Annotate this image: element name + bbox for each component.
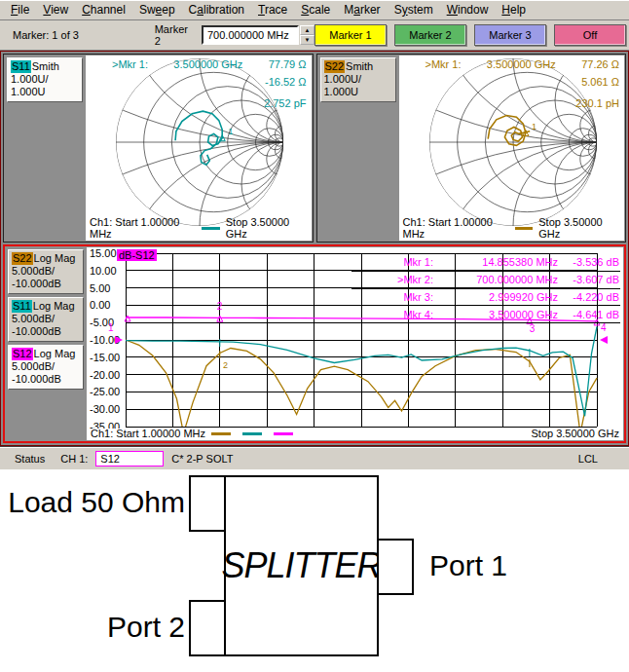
marker-row: >Mkr 2:700.000000 MHz-3.607 dB bbox=[352, 272, 620, 289]
logmag-axis-stop: Stop 3.50000 GHz bbox=[531, 428, 619, 439]
marker-cell: -3.607 dB bbox=[558, 274, 620, 285]
marker-readout-table: Mkr 1:14.855380 MHz-3.536 dB>Mkr 2:700.0… bbox=[352, 254, 620, 323]
trace-chip-s11[interactable]: S11Log Mag5.000dB/-10.000dB bbox=[8, 297, 84, 342]
menu-scale[interactable]: Scale bbox=[294, 1, 337, 19]
svg-text:3: 3 bbox=[530, 323, 536, 334]
menu-system[interactable]: System bbox=[388, 1, 440, 19]
trace-tag-s11: S11 bbox=[11, 60, 31, 73]
trace-format: Log Mag bbox=[33, 300, 75, 312]
menu-window[interactable]: Window bbox=[440, 1, 496, 19]
panel-logmag: S22Log Mag5.000dB/-10.000dBS11Log Mag5.0… bbox=[3, 244, 626, 443]
active-measurement-box: S12 bbox=[95, 451, 164, 467]
marker-status-text: Marker: 1 of 3 bbox=[13, 29, 128, 41]
load-label: Load 50 Ohm bbox=[0, 486, 185, 519]
menu-help[interactable]: Help bbox=[495, 1, 533, 19]
svg-text:2: 2 bbox=[217, 301, 223, 312]
chart-region: S11Smith1.000U/1.000U >Mkr 1: 3.500000 G… bbox=[0, 51, 629, 446]
trace-list-s11: S11Smith1.000U/1.000U bbox=[5, 56, 85, 241]
trace-chip-s22[interactable]: S22Log Mag5.000dB/-10.000dB bbox=[8, 249, 84, 294]
s11-axis-stop: Stop 3.50000 GHz bbox=[226, 216, 308, 240]
s12-legend-dash bbox=[274, 432, 293, 435]
marker-cell: -4.641 dB bbox=[558, 309, 620, 320]
trace-list-s22: S22Smith1.000U/1.000U bbox=[318, 56, 398, 241]
button-marker-3[interactable]: Marker 3 bbox=[474, 24, 546, 46]
svg-text:-15.00: -15.00 bbox=[90, 352, 120, 363]
local-mode-indicator: LCL bbox=[578, 453, 598, 465]
menu-view[interactable]: View bbox=[36, 1, 75, 19]
button-marker-2[interactable]: Marker 2 bbox=[394, 24, 466, 46]
s11-smith-chart[interactable]: >Mkr 1: 3.500000 GHz 77.79 Ω -16.52 Ω 2.… bbox=[86, 56, 312, 241]
marker-cell: 3.500000 GHz bbox=[433, 309, 558, 320]
logmag-axis-start: Ch1: Start 1.00000 MHz bbox=[91, 428, 205, 439]
menu-marker[interactable]: Marker bbox=[337, 1, 387, 19]
panel-s11-smith: S11Smith1.000U/1.000U >Mkr 1: 3.500000 G… bbox=[3, 54, 314, 243]
svg-text:10.00: 10.00 bbox=[90, 265, 117, 277]
s11-marker-freq: 3.500000 GHz bbox=[173, 58, 242, 70]
port1-connector-box bbox=[377, 539, 414, 595]
spinner-up-icon[interactable]: ▲ bbox=[300, 25, 314, 35]
vna-application-window: FileViewChannelSweepCalibrationTraceScal… bbox=[0, 0, 629, 469]
svg-text:2: 2 bbox=[223, 360, 228, 370]
s22-legend-dash bbox=[211, 432, 231, 435]
marker-cell: Mkr 4: bbox=[352, 309, 433, 320]
svg-text:-20.00: -20.00 bbox=[90, 369, 120, 381]
splitter-diagram: SPLITTER Load 50 Ohm Port 2 Port 1 bbox=[0, 469, 629, 669]
marker-cell: 2.999920 GHz bbox=[433, 291, 558, 303]
s22-marker-prefix: >Mkr 1: bbox=[426, 58, 462, 70]
marker-cell: >Mkr 2: bbox=[352, 274, 433, 285]
trace-chip-s11[interactable]: S11Smith1.000U/1.000U bbox=[7, 57, 83, 102]
marker-buttons: Marker 1Marker 2Marker 3Off bbox=[314, 24, 626, 46]
trace-list-logmag: S22Log Mag5.000dB/-10.000dBS11Log Mag5.0… bbox=[6, 247, 86, 440]
trace-tag-s22: S22 bbox=[324, 60, 346, 73]
s22-axis-start: Ch1: Start 1.00000 MHz bbox=[403, 216, 509, 240]
marker-row: Mkr 4:3.500000 GHz-4.641 dB bbox=[352, 306, 620, 323]
marker-cell: Mkr 1: bbox=[352, 256, 433, 268]
panel-s22-smith: S22Smith1.000U/1.000U >Mkr 1: 3.500000 G… bbox=[316, 54, 627, 243]
button-off[interactable]: Off bbox=[554, 24, 626, 46]
marker-cell: 700.000000 MHz bbox=[433, 274, 558, 285]
active-trace-label: dB-S12 bbox=[117, 249, 157, 261]
svg-text:-30.00: -30.00 bbox=[90, 403, 120, 415]
s22-axis-stop: Stop 3.50000 GHz bbox=[538, 216, 620, 240]
splitter-label: SPLITTER bbox=[221, 545, 381, 586]
splitter-box: SPLITTER bbox=[224, 475, 379, 656]
menu-channel[interactable]: Channel bbox=[75, 1, 132, 19]
button-marker-1[interactable]: Marker 1 bbox=[314, 24, 387, 46]
svg-text:15.00: 15.00 bbox=[90, 247, 117, 259]
svg-text:-25.00: -25.00 bbox=[90, 386, 120, 397]
s22-smith-chart[interactable]: >Mkr 1: 3.500000 GHz 77.26 Ω 5.061 Ω 230… bbox=[399, 56, 625, 241]
marker-cell: -4.220 dB bbox=[558, 291, 620, 303]
marker-frequency-input[interactable] bbox=[202, 25, 299, 45]
s11-axis-start: Ch1: Start 1.00000 MHz bbox=[90, 216, 196, 240]
marker-cell: 14.855380 MHz bbox=[433, 256, 558, 268]
trace-chip-s22[interactable]: S22Smith1.000U/1.000U bbox=[320, 57, 396, 102]
port2-label: Port 2 bbox=[0, 611, 185, 644]
frequency-spinner: ▲ ▼ bbox=[300, 25, 314, 45]
trace-chip-s12[interactable]: S12Log Mag5.000dB/-10.000dB bbox=[8, 345, 84, 390]
trace-tag-s12: S12 bbox=[12, 348, 33, 360]
trace-tag-s22: S22 bbox=[12, 252, 33, 265]
menu-trace[interactable]: Trace bbox=[251, 1, 294, 19]
svg-text:1: 1 bbox=[228, 127, 233, 136]
calibration-status: C* 2-P SOLT bbox=[171, 453, 233, 465]
s11-trace-legend-dash bbox=[202, 227, 220, 230]
marker-row: Mkr 1:14.855380 MHz-3.536 dB bbox=[352, 254, 620, 272]
trace-format: Smith bbox=[32, 60, 59, 72]
logmag-plot[interactable]: 15.0010.005.000.00-5.00-10.00-15.00-20.0… bbox=[87, 247, 623, 440]
s22-marker-r: 77.26 Ω bbox=[581, 58, 619, 70]
s22-marker-freq: 3.500000 GHz bbox=[487, 58, 556, 70]
menu-calibration[interactable]: Calibration bbox=[182, 1, 251, 19]
s22-marker-x: 5.061 Ω bbox=[581, 76, 619, 88]
marker-cell: Mkr 3: bbox=[352, 291, 433, 303]
trace-format: Smith bbox=[346, 60, 373, 72]
load-connector-box bbox=[189, 475, 226, 532]
svg-text:4: 4 bbox=[601, 322, 607, 333]
spinner-down-icon[interactable]: ▼ bbox=[300, 35, 314, 45]
port1-label: Port 1 bbox=[429, 549, 507, 582]
status-bar: Status CH 1: S12 C* 2-P SOLT LCL bbox=[0, 446, 629, 469]
svg-text:1: 1 bbox=[108, 322, 114, 333]
svg-text:5.00: 5.00 bbox=[90, 282, 110, 294]
svg-text:0.00: 0.00 bbox=[90, 299, 110, 311]
menu-file[interactable]: File bbox=[4, 1, 36, 19]
menu-sweep[interactable]: Sweep bbox=[132, 1, 182, 19]
